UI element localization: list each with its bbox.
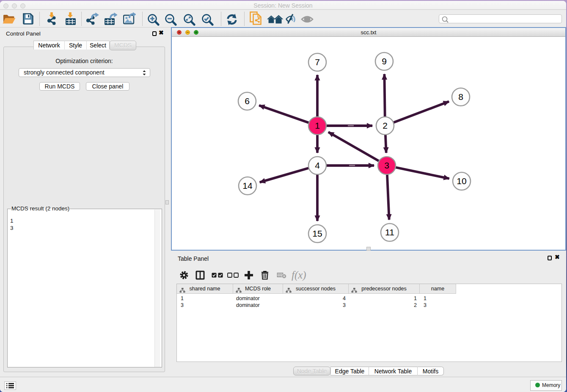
svg-text:1: 1 [315,121,320,130]
svg-text:4: 4 [315,160,320,170]
svg-text:3: 3 [384,160,389,170]
svg-text:10: 10 [457,176,466,186]
svg-text:11: 11 [385,227,394,237]
svg-text:9: 9 [382,56,387,66]
svg-text:14: 14 [242,181,253,190]
svg-text:7: 7 [315,57,320,67]
svg-text:6: 6 [245,96,250,106]
svg-text:15: 15 [312,229,322,238]
svg-text:8: 8 [458,92,463,102]
svg-text:2: 2 [383,121,388,130]
